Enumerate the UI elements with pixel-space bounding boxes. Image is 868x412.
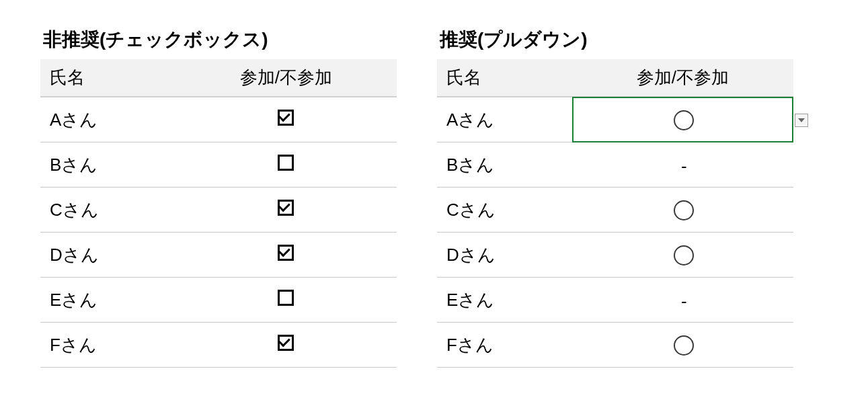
- dropdown-button[interactable]: [795, 114, 808, 127]
- cell-checkbox[interactable]: [175, 97, 397, 142]
- table-row: Fさん: [437, 323, 793, 368]
- table-row: Bさん: [40, 142, 397, 188]
- left-header-status: 参加/不参加: [175, 59, 397, 97]
- circle-icon: [674, 110, 694, 130]
- cell-checkbox[interactable]: [175, 278, 397, 323]
- cell-name: Fさん: [40, 323, 175, 368]
- table-row: Bさん-: [437, 142, 793, 188]
- checkbox-unchecked-icon[interactable]: [278, 155, 294, 171]
- cell-checkbox[interactable]: [175, 142, 397, 188]
- cell-name: Dさん: [437, 233, 572, 278]
- cell-name: Aさん: [40, 97, 175, 142]
- cell-dropdown[interactable]: [572, 97, 793, 142]
- table-row: Eさん-: [437, 278, 793, 323]
- cell-name: Cさん: [40, 188, 175, 233]
- cell-name: Dさん: [40, 233, 175, 278]
- cell-name: Cさん: [437, 188, 572, 233]
- chevron-down-icon: [798, 118, 805, 122]
- panel-recommended: 推奨(プルダウン) 氏名 参加/不参加 AさんBさん-CさんDさんEさん-Fさん: [437, 27, 793, 368]
- checkbox-unchecked-icon[interactable]: [278, 290, 294, 306]
- cell-name: Aさん: [437, 97, 572, 142]
- cell-name: Eさん: [437, 278, 572, 323]
- table-row: Cさん: [437, 188, 793, 233]
- right-table: 氏名 参加/不参加 AさんBさん-CさんDさんEさん-Fさん: [437, 59, 793, 368]
- left-table: 氏名 参加/不参加 AさんBさんCさんDさんEさんFさん: [40, 59, 397, 368]
- table-row: Dさん: [437, 233, 793, 278]
- panel-title-right: 推奨(プルダウン): [440, 27, 793, 52]
- circle-icon: [674, 200, 694, 220]
- table-row: Fさん: [40, 323, 397, 368]
- cell-dropdown[interactable]: [572, 323, 793, 368]
- dash-mark: -: [681, 292, 687, 310]
- checkbox-checked-icon[interactable]: [278, 245, 294, 261]
- cell-name: Bさん: [40, 142, 175, 188]
- cell-checkbox[interactable]: [175, 323, 397, 368]
- cell-dropdown[interactable]: -: [572, 142, 793, 188]
- cell-dropdown[interactable]: [572, 188, 793, 233]
- columns: 非推奨(チェックボックス) 氏名 参加/不参加 AさんBさんCさんDさんEさんF…: [40, 27, 828, 368]
- right-header-row: 氏名 参加/不参加: [437, 59, 793, 97]
- circle-icon: [674, 335, 694, 356]
- table-row: Cさん: [40, 188, 397, 233]
- circle-icon: [674, 245, 694, 265]
- dash-mark: -: [681, 157, 687, 175]
- checkbox-checked-icon[interactable]: [278, 335, 294, 351]
- page: 非推奨(チェックボックス) 氏名 参加/不参加 AさんBさんCさんDさんEさんF…: [0, 0, 868, 412]
- cell-name: Fさん: [437, 323, 572, 368]
- left-header-row: 氏名 参加/不参加: [40, 59, 397, 97]
- cell-dropdown[interactable]: [572, 233, 793, 278]
- right-header-name: 氏名: [437, 59, 572, 97]
- cell-checkbox[interactable]: [175, 233, 397, 278]
- table-row: Dさん: [40, 233, 397, 278]
- cell-dropdown[interactable]: -: [572, 278, 793, 323]
- checkbox-checked-icon[interactable]: [278, 110, 294, 126]
- cell-name: Eさん: [40, 278, 175, 323]
- table-row: Aさん: [437, 97, 793, 142]
- table-row: Aさん: [40, 97, 397, 142]
- panel-not-recommended: 非推奨(チェックボックス) 氏名 参加/不参加 AさんBさんCさんDさんEさんF…: [40, 27, 397, 368]
- right-header-status: 参加/不参加: [572, 59, 793, 97]
- panel-title-left: 非推奨(チェックボックス): [43, 27, 397, 52]
- cell-name: Bさん: [437, 142, 572, 188]
- table-row: Eさん: [40, 278, 397, 323]
- cell-checkbox[interactable]: [175, 188, 397, 233]
- left-header-name: 氏名: [40, 59, 175, 97]
- svg-marker-0: [798, 118, 805, 122]
- checkbox-checked-icon[interactable]: [278, 200, 294, 216]
